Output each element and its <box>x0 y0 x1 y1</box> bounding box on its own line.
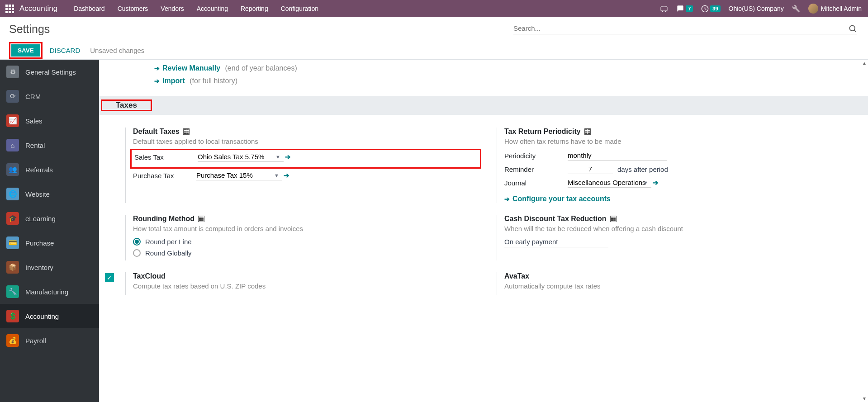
nav-accounting[interactable]: Accounting <box>197 5 228 12</box>
journal-external-link[interactable]: ➔ <box>653 179 659 187</box>
sidebar-item-manufacturing[interactable]: 🔧Manufacturing <box>0 279 99 304</box>
nav-configuration[interactable]: Configuration <box>281 5 318 12</box>
search-bar[interactable] <box>513 23 857 34</box>
cash-discount-title: Cash Discount Tax Reduction <box>504 215 607 223</box>
purchase-tax-label: Purchase Tax <box>133 172 196 180</box>
default-taxes-title: Default Taxes <box>133 128 180 136</box>
sidebar-item-label: eLearning <box>25 215 56 222</box>
taxes-section-header: Taxes <box>99 96 868 115</box>
sidebar-item-payroll[interactable]: 💰Payroll <box>0 328 99 353</box>
search-icon[interactable] <box>848 24 857 33</box>
reminder-input[interactable] <box>568 164 613 174</box>
taxcloud-block: ✓ TaxCloud Compute tax rates based on U.… <box>125 272 479 295</box>
taxcloud-desc: Compute tax rates based on U.S. ZIP code… <box>133 282 479 290</box>
sales-tax-label: Sales Tax <box>134 153 198 161</box>
sidebar-item-accounting[interactable]: 💲Accounting <box>0 304 99 328</box>
avatax-title: AvaTax <box>504 272 529 280</box>
topbar: Accounting Dashboard Customers Vendors A… <box>0 0 868 17</box>
purchase-tax-select[interactable] <box>196 170 282 180</box>
purchase-tax-external-link[interactable]: ➔ <box>284 171 289 180</box>
user-name: Mitchell Admin <box>821 5 862 12</box>
app-name[interactable]: Accounting <box>19 4 66 13</box>
top-nav: Dashboard Customers Vendors Accounting R… <box>66 5 318 12</box>
sidebar-item-label: Manufacturing <box>25 288 68 296</box>
activities-badge: 39 <box>710 5 720 12</box>
discard-button[interactable]: DISCARD <box>47 44 83 57</box>
sales-tax-external-link[interactable]: ➔ <box>285 153 291 161</box>
journal-select[interactable] <box>568 178 651 188</box>
radio-selected-icon <box>133 238 141 246</box>
taxcloud-checkbox[interactable]: ✓ <box>105 273 114 282</box>
cash-discount-block: Cash Discount Tax Reduction When will th… <box>497 215 850 260</box>
unsaved-indicator: Unsaved changes <box>90 47 144 54</box>
nav-customers[interactable]: Customers <box>118 5 148 12</box>
sidebar-item-referrals[interactable]: 👥Referrals <box>0 157 99 182</box>
scroll-down-icon[interactable]: ▼ <box>862 396 867 401</box>
company-selector[interactable]: Ohio(US) Company <box>729 5 784 12</box>
building-icon <box>183 128 190 135</box>
periodicity-desc: How often tax returns have to be made <box>504 137 850 145</box>
configure-tax-accounts-link[interactable]: Configure your tax accounts <box>504 195 611 203</box>
messages-icon[interactable]: 7 <box>676 5 693 12</box>
cash-discount-desc: When will the tax be reduced when offeri… <box>504 225 850 232</box>
building-icon <box>198 216 204 222</box>
reminder-label: Reminder <box>504 166 568 173</box>
radio-unselected-icon <box>133 249 141 257</box>
nav-dashboard[interactable]: Dashboard <box>74 5 105 12</box>
sales-tax-select[interactable] <box>198 152 284 162</box>
mfg-icon: 🔧 <box>6 285 19 298</box>
save-button[interactable]: SAVE <box>11 44 40 57</box>
cash-discount-value: On early payment <box>504 238 608 247</box>
sidebar-item-elearning[interactable]: 🎓eLearning <box>0 206 99 231</box>
periodicity-block: Tax Return Periodicity How often tax ret… <box>497 128 850 203</box>
svg-point-1 <box>849 25 855 31</box>
periodicity-select[interactable] <box>568 151 667 161</box>
pay-icon: 💰 <box>6 334 19 347</box>
review-desc: (end of year balances) <box>225 64 297 72</box>
sidebar-item-rental[interactable]: ⌂Rental <box>0 133 99 157</box>
apps-icon[interactable] <box>0 5 19 13</box>
activities-icon[interactable]: 39 <box>701 5 720 13</box>
building-icon <box>584 128 591 135</box>
ref-icon: 👥 <box>6 163 19 176</box>
default-taxes-desc: Default taxes applied to local transacti… <box>133 137 479 145</box>
nav-vendors[interactable]: Vendors <box>161 5 184 12</box>
phone-icon[interactable] <box>660 5 668 12</box>
reminder-after-label: days after period <box>617 166 668 173</box>
round-per-line-option[interactable]: Round per Line <box>133 238 479 246</box>
import-desc: (for full history) <box>190 77 237 85</box>
crm-icon: ⟳ <box>6 90 19 103</box>
default-taxes-block: Default Taxes Default taxes applied to l… <box>125 128 479 203</box>
debug-icon[interactable] <box>792 5 800 13</box>
sidebar-item-website[interactable]: 🌐Website <box>0 182 99 206</box>
scroll-up-icon[interactable]: ▲ <box>862 61 867 66</box>
round-per-line-label: Round per Line <box>145 238 192 246</box>
acc-icon: 💲 <box>6 310 19 322</box>
user-menu[interactable]: Mitchell Admin <box>808 4 862 14</box>
sidebar-item-crm[interactable]: ⟳CRM <box>0 84 99 109</box>
avatax-desc: Automatically compute tax rates <box>504 282 850 290</box>
sidebar-item-sales[interactable]: 📈Sales <box>0 109 99 133</box>
rounding-block: Rounding Method How total tax amount is … <box>125 215 479 260</box>
journal-label: Journal <box>504 179 568 187</box>
building-icon <box>610 216 617 222</box>
gear-icon: ⚙ <box>6 66 19 78</box>
inv-icon: 📦 <box>6 261 19 274</box>
nav-reporting[interactable]: Reporting <box>241 5 268 12</box>
periodicity-title: Tax Return Periodicity <box>504 128 581 136</box>
rounding-desc: How total tax amount is computed in orde… <box>133 225 479 232</box>
round-globally-option[interactable]: Round Globally <box>133 249 479 257</box>
sidebar-item-label: Website <box>25 190 50 198</box>
search-input[interactable] <box>513 23 848 34</box>
elr-icon: 🎓 <box>6 212 19 225</box>
rounding-title: Rounding Method <box>133 215 194 223</box>
sidebar-item-purchase[interactable]: 💳Purchase <box>0 231 99 255</box>
sidebar-item-general-settings[interactable]: ⚙General Settings <box>0 60 99 84</box>
review-manually-link[interactable]: Review Manually <box>154 64 220 72</box>
import-link[interactable]: Import <box>154 77 185 85</box>
taxes-heading: Taxes <box>102 97 151 113</box>
sidebar-item-label: Purchase <box>25 239 54 247</box>
taxcloud-title: TaxCloud <box>133 272 166 280</box>
pur-icon: 💳 <box>6 236 19 249</box>
sidebar-item-inventory[interactable]: 📦Inventory <box>0 255 99 279</box>
